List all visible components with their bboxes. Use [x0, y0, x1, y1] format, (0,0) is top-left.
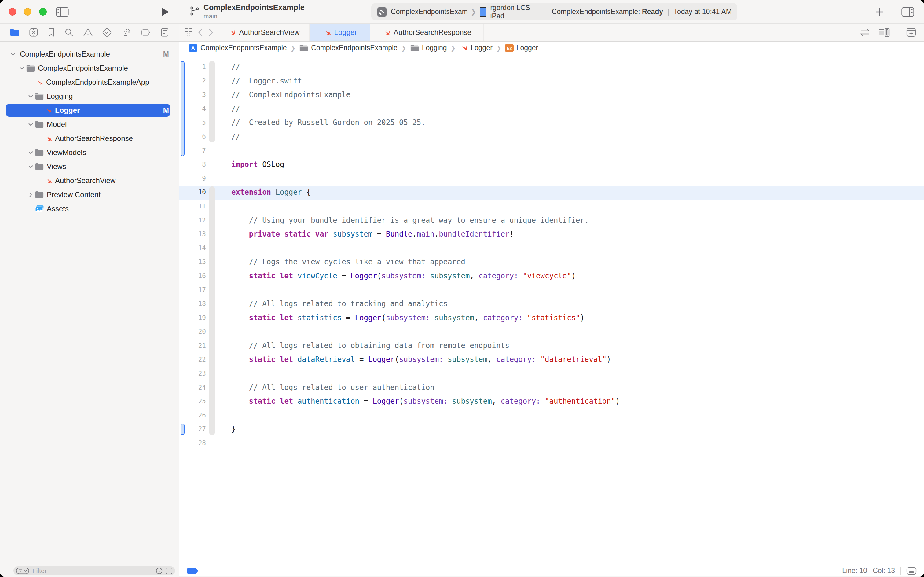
minimize-button[interactable] [24, 8, 31, 16]
code-line-21[interactable]: // All logs related to obtaining data fr… [231, 339, 924, 353]
sidebar-item-ViewModels[interactable]: ViewModels [0, 145, 179, 160]
code-line-7[interactable] [231, 144, 924, 158]
line-number[interactable]: 7 [179, 144, 206, 158]
tab-AuthorSearchResponse[interactable]: AuthorSearchResponse [370, 24, 484, 41]
code-line-14[interactable] [231, 242, 924, 256]
forward-icon[interactable] [208, 28, 214, 37]
related-items-icon[interactable] [184, 28, 193, 37]
disclosure-open-icon[interactable] [26, 165, 35, 168]
code-line-11[interactable] [231, 200, 924, 214]
line-number[interactable]: 20 [179, 325, 206, 339]
code-line-9[interactable] [231, 172, 924, 186]
code-line-17[interactable] [231, 283, 924, 297]
close-button[interactable] [8, 8, 16, 16]
line-number[interactable]: 19 [179, 311, 206, 325]
code-line-22[interactable]: static let dataRetrieval = Logger(subsys… [231, 353, 924, 367]
code-editor[interactable]: 1234567891011121314151617181920212223242… [179, 54, 924, 565]
code-line-18[interactable]: // All logs related to tracking and anal… [231, 297, 924, 311]
line-number[interactable]: 9 [179, 172, 206, 186]
disclosure-open-icon[interactable] [8, 52, 17, 56]
code-line-20[interactable] [231, 325, 924, 339]
breadcrumb-item-ComplexEndpointsExample[interactable]: ComplexEndpointsExample [188, 44, 287, 53]
debug-navigator-icon[interactable] [121, 27, 131, 37]
line-number[interactable]: 26 [179, 409, 206, 423]
line-number[interactable]: 1 [179, 60, 206, 74]
line-number[interactable]: 5 [179, 116, 206, 130]
run-button[interactable] [161, 0, 170, 24]
code-line-19[interactable]: static let statistics = Logger(subsystem… [231, 311, 924, 325]
filter-field[interactable] [13, 566, 175, 575]
code-line-4[interactable]: // [231, 102, 924, 116]
disclosure-open-icon[interactable] [26, 151, 35, 154]
code-line-27[interactable]: } [231, 422, 924, 437]
code-line-25[interactable]: static let authentication = Logger(subsy… [231, 395, 924, 409]
line-number[interactable]: 28 [179, 437, 206, 450]
disclosure-closed-icon[interactable] [26, 192, 35, 197]
toggle-left-sidebar-button[interactable] [56, 0, 69, 24]
sidebar-item-AuthorSearchResponse[interactable]: AuthorSearchResponse [0, 131, 179, 145]
line-number[interactable]: 6 [179, 130, 206, 144]
breadcrumb-item-Logger[interactable]: Logger [459, 44, 493, 52]
code-line-26[interactable] [231, 409, 924, 423]
sidebar-item-Assets[interactable]: Assets [0, 202, 179, 216]
breakpoints-navigator-icon[interactable] [140, 28, 151, 36]
code-line-8[interactable]: import OSLog [231, 158, 924, 172]
line-number[interactable]: 3 [179, 88, 206, 102]
line-number-gutter[interactable]: 1234567891011121314151617181920212223242… [179, 60, 206, 450]
code-review-icon[interactable] [860, 28, 871, 37]
code-lines[interactable]: //// Logger.swift// ComplexEndpointsExam… [231, 60, 924, 450]
add-editor-icon[interactable] [906, 28, 916, 37]
code-line-6[interactable]: // [231, 130, 924, 144]
line-number[interactable]: 14 [179, 242, 206, 256]
code-line-16[interactable]: static let viewCycle = Logger(subsystem:… [231, 269, 924, 283]
line-number[interactable]: 22 [179, 353, 206, 367]
scheme-project-label[interactable]: ComplexEndpointsExam [391, 8, 468, 16]
line-number[interactable]: 21 [179, 339, 206, 353]
line-indicator[interactable]: Line: 10 [842, 567, 867, 575]
line-number[interactable]: 2 [179, 74, 206, 88]
line-number[interactable]: 10 [179, 185, 206, 200]
sidebar-item-Views[interactable]: Views [0, 160, 179, 174]
source-control-navigator-icon[interactable] [29, 28, 38, 37]
disclosure-open-icon[interactable] [26, 94, 35, 98]
add-button[interactable] [875, 0, 884, 24]
col-indicator[interactable]: Col: 13 [872, 567, 895, 575]
tests-navigator-icon[interactable] [102, 27, 112, 37]
recents-icon[interactable] [156, 567, 163, 575]
line-number[interactable]: 15 [179, 255, 206, 269]
line-number[interactable]: 18 [179, 297, 206, 311]
code-line-24[interactable]: // All logs related to user authenticati… [231, 381, 924, 395]
sidebar-item-Logging[interactable]: Logging [0, 89, 179, 103]
line-number[interactable]: 4 [179, 102, 206, 116]
code-line-5[interactable]: // Created by Russell Gordon on 2025-05-… [231, 116, 924, 130]
code-line-15[interactable]: // Logs the view cycles like a view that… [231, 255, 924, 269]
find-navigator-icon[interactable] [64, 28, 74, 37]
line-number[interactable]: 24 [179, 381, 206, 395]
line-number[interactable]: 25 [179, 395, 206, 409]
add-file-icon[interactable] [4, 567, 10, 574]
sidebar-item-ComplexEndpointsExampleApp[interactable]: ComplexEndpointsExampleApp [0, 75, 179, 89]
line-number[interactable]: 8 [179, 158, 206, 172]
sidebar-item-ComplexEndpointsExample[interactable]: ComplexEndpointsExample [0, 61, 179, 75]
project-navigator-icon[interactable] [10, 28, 19, 37]
code-line-1[interactable]: // [231, 60, 924, 74]
scheme-selector[interactable]: ComplexEndpointsExam ❯ rgordon LCS iPad … [371, 3, 737, 21]
keyboard-icon[interactable] [906, 567, 917, 575]
line-number[interactable]: 13 [179, 227, 206, 242]
sidebar-item-Preview Content[interactable]: Preview Content [0, 188, 179, 202]
code-line-12[interactable]: // Using your bundle identifier is a gre… [231, 214, 924, 228]
flags-icon[interactable] [165, 567, 173, 575]
disclosure-open-icon[interactable] [26, 122, 35, 126]
sidebar-item-ComplexEndpointsExample[interactable]: ComplexEndpointsExampleM [0, 47, 179, 61]
code-line-28[interactable] [231, 437, 924, 450]
code-line-13[interactable]: private static var subsystem = Bundle.ma… [231, 227, 924, 242]
scheme-device-label[interactable]: rgordon LCS iPad [490, 4, 538, 20]
breadcrumb-item-ComplexEndpointsExample[interactable]: ComplexEndpointsExample [299, 44, 398, 52]
line-number[interactable]: 23 [179, 367, 206, 381]
disclosure-open-icon[interactable] [18, 66, 26, 70]
line-number[interactable]: 27 [179, 422, 206, 437]
code-line-23[interactable] [231, 367, 924, 381]
minimap-icon[interactable] [879, 28, 890, 37]
code-line-10[interactable]: extension Logger { [231, 185, 924, 200]
zoom-button[interactable] [39, 8, 47, 16]
